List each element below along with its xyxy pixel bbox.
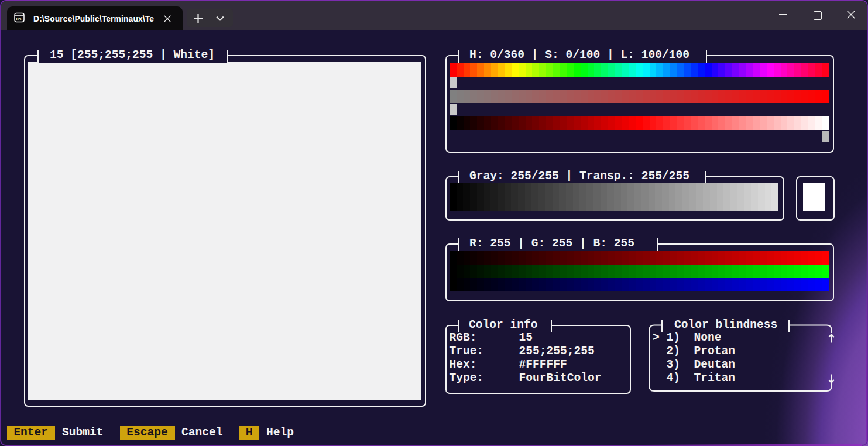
svg-text:C:\: C:\ [16, 17, 21, 21]
